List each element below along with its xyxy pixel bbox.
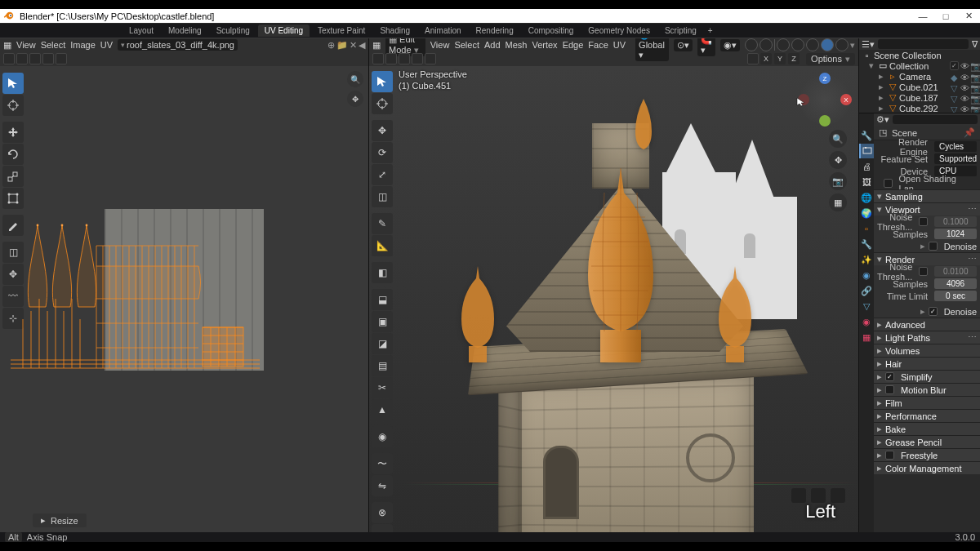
tab-physics[interactable]: ◉	[859, 268, 874, 282]
tool-cursor[interactable]	[2, 95, 24, 116]
v3d-menu-uv[interactable]: UV	[613, 40, 626, 50]
tool-extrude[interactable]: ⬓	[372, 289, 393, 310]
editor-type-icon[interactable]: ☰▾	[862, 39, 875, 50]
tab-material[interactable]: ◉	[859, 314, 874, 329]
editor-type-icon[interactable]: ▦	[372, 40, 381, 51]
outliner-search[interactable]	[878, 39, 969, 49]
panel-volumes[interactable]: ▸Volumes	[874, 344, 980, 357]
tool-scale[interactable]: ⤢	[372, 164, 393, 185]
axis-x-icon[interactable]: X	[840, 94, 852, 105]
workspace-layout[interactable]: Layout	[122, 24, 160, 37]
denoise-vp-checkbox[interactable]	[929, 242, 938, 251]
properties-search[interactable]	[893, 115, 978, 124]
snap-toggle[interactable]: 🧲▾	[697, 38, 715, 56]
timelimit-input[interactable]: 0 sec	[934, 291, 977, 301]
tab-tool[interactable]: 🔧	[859, 128, 874, 143]
panel-sampling[interactable]: ▾Sampling	[874, 189, 980, 202]
osl-checkbox[interactable]	[884, 179, 893, 188]
select-mode-5[interactable]	[425, 53, 436, 64]
viewport-samples-input[interactable]: 1024	[934, 229, 977, 239]
outliner-item-cube021[interactable]: ▸▽ Cube.021 ▽👁📷	[859, 82, 980, 92]
3d-canvas[interactable]: ✥ ⟳ ⤢ ◫ ✎ 📐 ◧ ⬓ ▣ ◪ ▤ ✂ ▲ ◉ 〜 ⇋ ⊗ ▱ ⧉	[369, 66, 858, 532]
tool-loopcut[interactable]: ▤	[372, 355, 393, 376]
workspace-uv-editing[interactable]: UV Editing	[258, 24, 310, 37]
render-engine-dropdown[interactable]: Cycles	[934, 141, 977, 152]
uv-select-mode-vert[interactable]	[16, 53, 28, 64]
pin-icon[interactable]: 📌	[964, 127, 975, 138]
image-open-icon[interactable]: 📁	[336, 40, 348, 51]
denoise-r-checkbox[interactable]	[929, 307, 938, 316]
outliner-item-camera[interactable]: ▸▹ Camera ◆👁📷	[859, 71, 980, 82]
tool-edge-slide[interactable]: ⇋	[372, 475, 393, 496]
tool-bevel[interactable]: ◪	[372, 333, 393, 354]
workspace-shading[interactable]: Shading	[373, 24, 416, 37]
axis-z-icon[interactable]: Z	[819, 73, 831, 84]
tool-transform[interactable]: ◫	[372, 186, 393, 207]
tool-cursor[interactable]	[372, 93, 393, 114]
noise-r-checkbox[interactable]	[919, 267, 928, 276]
v3d-menu-edge[interactable]: Edge	[563, 40, 584, 50]
tool-scale[interactable]	[2, 166, 24, 187]
uv-menu-select[interactable]: Select	[41, 40, 66, 50]
tool-add-cube[interactable]: ◧	[372, 262, 393, 283]
panel-advanced[interactable]: ▸Advanced	[874, 318, 980, 331]
panel-motionblur[interactable]: ▸Motion Blur	[874, 383, 980, 396]
outliner-scene-collection[interactable]: ▫ Scene Collection	[859, 50, 980, 60]
tool-rotate[interactable]	[2, 144, 24, 165]
editor-type-icon[interactable]: ▦	[3, 40, 11, 51]
checkbox-icon[interactable]	[950, 61, 959, 70]
panel-greasepencil[interactable]: ▸Grease Pencil	[874, 435, 980, 448]
tab-data[interactable]: ▽	[859, 299, 874, 313]
tab-scene[interactable]: 🌐	[859, 190, 874, 205]
panel-simplify[interactable]: ▸Simplify	[874, 370, 980, 383]
axis-x-toggle[interactable]: X	[760, 53, 772, 64]
tool-inset[interactable]: ▣	[372, 311, 393, 332]
gizmo-toggle[interactable]	[745, 38, 758, 51]
workspace-modeling[interactable]: Modeling	[162, 24, 208, 37]
panel-lightpaths[interactable]: ▸Light Paths⋯	[874, 331, 980, 344]
tab-particles[interactable]: ✨	[859, 252, 874, 267]
perspective-toggle-icon[interactable]: ▦	[829, 193, 847, 211]
outliner-item-cube187[interactable]: ▸▽ Cube.187 ▽👁📷	[859, 92, 980, 103]
pivot-selector[interactable]: ⊙▾	[674, 39, 693, 51]
uv-sync-button[interactable]	[3, 53, 15, 64]
tool-shear[interactable]: ▱	[372, 524, 393, 532]
uv-menu-uv[interactable]: UV	[100, 40, 113, 50]
shading-solid[interactable]	[806, 38, 819, 51]
workspace-scripting[interactable]: Scripting	[658, 24, 703, 37]
v3d-menu-view[interactable]: View	[430, 40, 450, 50]
uv-menu-image[interactable]: Image	[70, 40, 96, 50]
v3d-menu-mesh[interactable]: Mesh	[506, 40, 528, 50]
feature-set-dropdown[interactable]: Supported	[934, 153, 977, 164]
proportional-edit[interactable]: ◉▾	[720, 39, 740, 51]
select-mode-4[interactable]	[412, 53, 423, 64]
chevron-left-icon[interactable]: ◀	[359, 40, 365, 51]
tool-select-box[interactable]	[372, 71, 393, 92]
outliner-collection[interactable]: ▾ ▭ Collection 👁📷	[859, 60, 980, 71]
select-mode-vert[interactable]	[372, 53, 384, 64]
outliner-item-cube292[interactable]: ▸▽ Cube.292 ▽👁📷	[859, 103, 980, 113]
axis-z-toggle[interactable]: Z	[788, 53, 800, 64]
window-maximize-button[interactable]: □	[934, 9, 957, 23]
camera-view-icon[interactable]: 📷	[829, 172, 847, 190]
motionblur-checkbox[interactable]	[885, 385, 894, 394]
uv-image-selector[interactable]: ▾ roof_slates_03_diff_4k.png	[118, 39, 238, 51]
workspace-geometry-nodes[interactable]: Geometry Nodes	[581, 24, 657, 37]
tool-smooth[interactable]: 〜	[372, 453, 393, 474]
window-minimize-button[interactable]: —	[911, 9, 934, 23]
workspace-compositing[interactable]: Compositing	[522, 24, 581, 37]
filter-icon[interactable]: ∇	[972, 39, 978, 50]
overlay-toggle[interactable]	[760, 38, 773, 51]
zoom-icon[interactable]: 🔍	[347, 71, 363, 87]
navigation-gizmo[interactable]: Z X	[800, 74, 850, 125]
panel-colormanagement[interactable]: ▸Color Management	[874, 461, 980, 474]
shading-rendered[interactable]	[835, 38, 849, 51]
mesh-auto-merge[interactable]	[747, 53, 759, 64]
tool-shrink[interactable]: ⊗	[372, 502, 393, 523]
v3d-menu-add[interactable]: Add	[484, 40, 501, 50]
workspace-texture-paint[interactable]: Texture Paint	[311, 24, 372, 37]
workspace-rendering[interactable]: Rendering	[470, 24, 520, 37]
camera-icon[interactable]: 📷	[970, 61, 978, 69]
noise-checkbox[interactable]	[919, 217, 928, 226]
tool-transform[interactable]	[2, 188, 24, 209]
